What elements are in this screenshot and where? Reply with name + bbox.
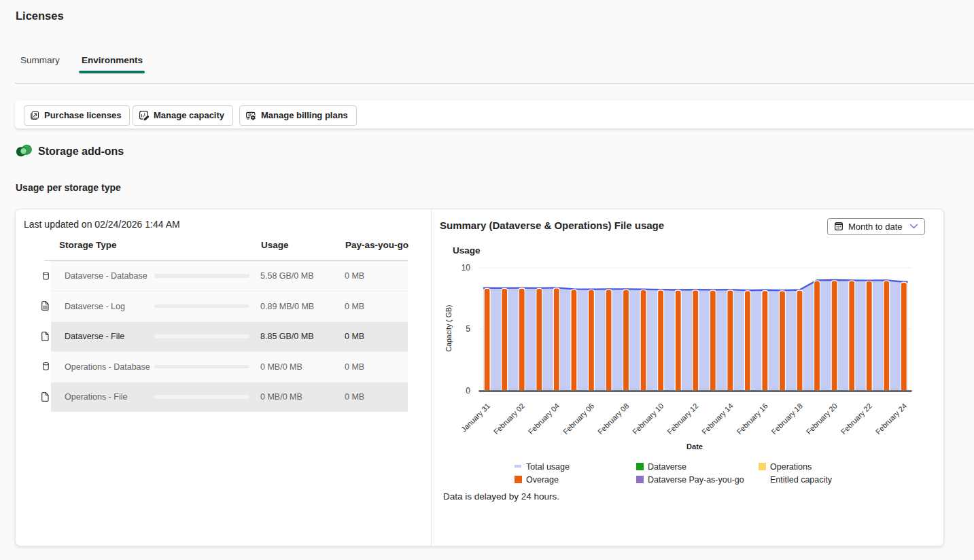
svg-text:February 10: February 10 — [631, 402, 665, 436]
svg-text:Capacity ( GB): Capacity ( GB) — [445, 305, 453, 352]
svg-text:February 06: February 06 — [561, 402, 595, 436]
svg-text:February 02: February 02 — [492, 402, 526, 436]
svg-text:5: 5 — [466, 324, 470, 334]
svg-text:February 16: February 16 — [735, 402, 769, 436]
svg-text:February 08: February 08 — [596, 402, 630, 436]
svg-text:February 24: February 24 — [874, 402, 908, 436]
svg-text:Usage: Usage — [453, 245, 481, 256]
svg-text:February 04: February 04 — [527, 402, 561, 436]
svg-text:February 22: February 22 — [839, 402, 873, 436]
svg-text:February 20: February 20 — [805, 402, 839, 436]
svg-text:February 12: February 12 — [665, 402, 699, 436]
svg-text:February 14: February 14 — [700, 402, 734, 436]
svg-text:February 18: February 18 — [769, 402, 803, 436]
svg-text:January 31: January 31 — [459, 402, 491, 434]
svg-text:Date: Date — [686, 442, 703, 451]
svg-text:10: 10 — [462, 263, 471, 273]
svg-text:0: 0 — [466, 386, 470, 396]
